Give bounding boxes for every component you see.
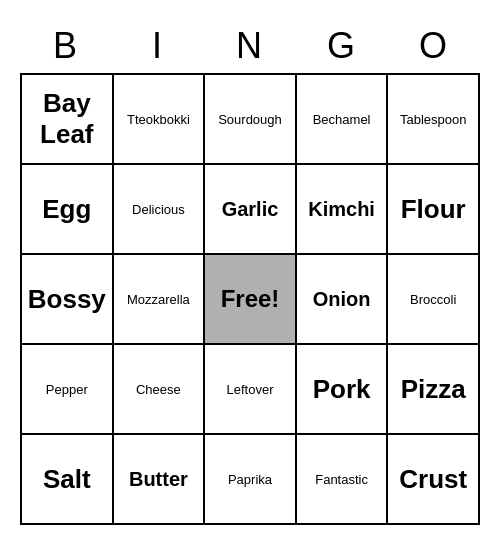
bingo-cell-18: Pork <box>297 345 389 435</box>
bingo-cell-22: Paprika <box>205 435 297 525</box>
bingo-cell-3: Bechamel <box>297 75 389 165</box>
bingo-cell-12: Free! <box>205 255 297 345</box>
bingo-cell-19: Pizza <box>388 345 480 435</box>
header-letter: O <box>388 19 480 73</box>
bingo-cell-2: Sourdough <box>205 75 297 165</box>
bingo-cell-5: Egg <box>22 165 114 255</box>
header-letter: I <box>112 19 204 73</box>
bingo-cell-13: Onion <box>297 255 389 345</box>
bingo-cell-24: Crust <box>388 435 480 525</box>
bingo-cell-4: Tablespoon <box>388 75 480 165</box>
header-letter: N <box>204 19 296 73</box>
header-letter: B <box>20 19 112 73</box>
bingo-cell-15: Pepper <box>22 345 114 435</box>
bingo-cell-11: Mozzarella <box>114 255 206 345</box>
bingo-card: BINGO Bay LeafTteokbokkiSourdoughBechame… <box>20 19 480 525</box>
bingo-cell-8: Kimchi <box>297 165 389 255</box>
bingo-cell-17: Leftover <box>205 345 297 435</box>
bingo-header: BINGO <box>20 19 480 73</box>
header-letter: G <box>296 19 388 73</box>
bingo-cell-0: Bay Leaf <box>22 75 114 165</box>
bingo-cell-10: Bossy <box>22 255 114 345</box>
bingo-cell-20: Salt <box>22 435 114 525</box>
bingo-cell-7: Garlic <box>205 165 297 255</box>
bingo-grid: Bay LeafTteokbokkiSourdoughBechamelTable… <box>20 73 480 525</box>
bingo-cell-23: Fantastic <box>297 435 389 525</box>
bingo-cell-14: Broccoli <box>388 255 480 345</box>
bingo-cell-21: Butter <box>114 435 206 525</box>
bingo-cell-6: Delicious <box>114 165 206 255</box>
bingo-cell-1: Tteokbokki <box>114 75 206 165</box>
bingo-cell-16: Cheese <box>114 345 206 435</box>
bingo-cell-9: Flour <box>388 165 480 255</box>
